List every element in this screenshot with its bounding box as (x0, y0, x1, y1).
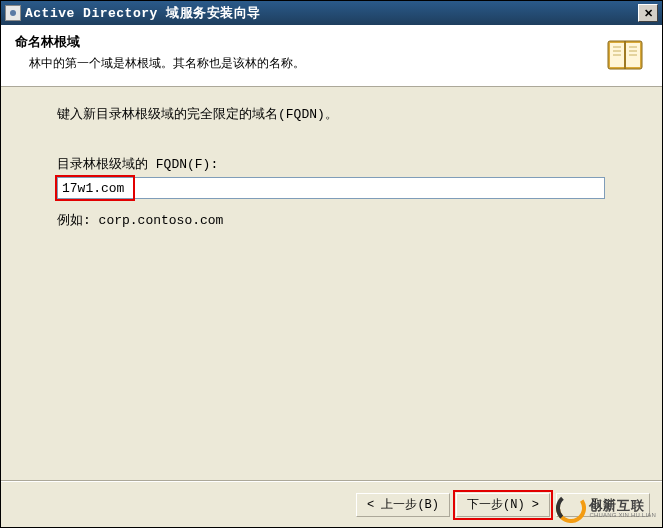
page-subtitle: 林中的第一个域是林根域。其名称也是该林的名称。 (15, 55, 305, 72)
app-icon (5, 5, 21, 21)
page-title: 命名林根域 (15, 33, 305, 51)
svg-point-0 (10, 10, 16, 16)
wizard-header: 命名林根域 林中的第一个域是林根域。其名称也是该林的名称。 (1, 25, 662, 87)
wizard-footer: < 上一步(B) 下一步(N) > 取消 创新互联 CHUANG XIN HU … (1, 481, 662, 527)
cancel-button[interactable]: 取消 (556, 493, 650, 517)
fqdn-input[interactable] (57, 177, 605, 199)
close-button[interactable]: ✕ (638, 4, 658, 22)
window-title: Active Directory 域服务安装向导 (25, 4, 638, 22)
wizard-content: 键入新目录林根级域的完全限定的域名(FQDN)。 目录林根级域的 FQDN(F)… (1, 87, 662, 229)
example-text: 例如: corp.contoso.com (57, 211, 606, 229)
back-button[interactable]: < 上一步(B) (356, 493, 450, 517)
titlebar: Active Directory 域服务安装向导 ✕ (1, 1, 662, 25)
instruction-text: 键入新目录林根级域的完全限定的域名(FQDN)。 (57, 105, 606, 123)
fqdn-label: 目录林根级域的 FQDN(F): (57, 155, 606, 173)
book-icon (604, 33, 646, 75)
next-button[interactable]: 下一步(N) > (456, 493, 550, 517)
wizard-window: Active Directory 域服务安装向导 ✕ 命名林根域 林中的第一个域… (0, 0, 663, 528)
